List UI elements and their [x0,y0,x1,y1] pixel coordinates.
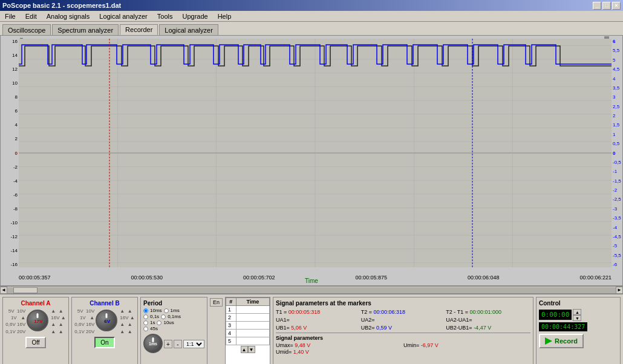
channel-a-knob-container: 5V 10V 1V ▲ 0,6V 16V 0,1V 20V 17V ▲ ▲ 16… [5,308,66,335]
channel-a-toggle[interactable]: Off [25,337,45,348]
time-display-2: 00:00:44:327 [539,322,587,331]
control-header: Control [539,300,618,307]
record-icon [545,337,552,345]
time-spinners: ▲ ▼ [573,309,581,321]
menu-tools[interactable]: Tools [155,12,175,21]
x-label-1: 00:00:05:357 [19,275,51,281]
channel-a-label: Channel A [5,300,66,307]
table-row: 2 [226,314,270,322]
sub-params-header: Signal parameters [276,335,530,341]
menu-help[interactable]: Help [215,12,234,21]
period-10ms[interactable] [143,308,148,313]
knob-period-container: 1ms + - 1:1 1:2 2:1 [143,334,204,353]
tab-recorder[interactable]: Recorder [120,24,158,35]
tab-spectrum-analyzer[interactable]: Spectrum analyzer [52,24,119,35]
time-up-button[interactable]: ▲ [573,309,581,315]
period-01ms[interactable] [161,314,166,319]
marker-table: # Time 1 2 3 4 5 [226,297,270,345]
period-scale: 10ms 1ms 0,1s 0,1ms 1s 10us 45s [143,308,204,331]
period-1s[interactable] [143,320,148,325]
scroll-right-button[interactable]: ► [616,287,623,294]
tab-oscilloscope[interactable]: Oscilloscope [2,24,51,35]
period-label: Period [143,300,204,307]
x-label-6: 00:00:06:221 [579,275,612,281]
scroll-handle[interactable] [13,287,38,293]
sub-params: Signal parameters Umax= 9,48 V Umin= -6,… [276,333,530,355]
menu-edit[interactable]: Edit [23,12,39,21]
scroll-down-btn[interactable]: ▼ [248,346,255,353]
app-title: PoScope basic 2.1 - scopemeres1.dat [2,2,121,9]
menu-bar: File Edit Analog signals Logical analyze… [0,11,623,22]
umax-grid: Umax= 9,48 V Umin= -6,97 V Umid= 1,40 V [276,342,530,355]
period-10us[interactable] [157,320,161,325]
title-bar: PoScope basic 2.1 - scopemeres1.dat _ □ … [0,0,623,11]
table-header-num: # [226,298,236,306]
ub-params-grid: UB1= 5,06 V UB2= 0,59 V UB2-UB1= -4,47 V [276,325,530,331]
minimize-button[interactable]: _ [593,2,601,10]
close-button[interactable]: × [612,2,621,10]
scroll-up-btn[interactable]: ▲ [241,346,248,353]
maximize-button[interactable]: □ [602,2,611,10]
channel-a-control: Channel A 5V 10V 1V ▲ 0,6V 16V 0,1V 20V … [2,297,69,364]
channel-b-label: Channel B [74,300,135,307]
menu-logical-analyzer[interactable]: Logical analyzer [97,12,150,21]
chart-area: ▼ 16 14 12 10 8 6 4 2 0 -2 -4 -6 -8 -10 … [0,35,623,286]
period-knob[interactable]: 1ms [143,334,163,353]
x-axis-title: Time [305,278,318,284]
en-button[interactable]: En [210,298,223,307]
y-axis-right: 6 5,5 5 4,5 4 3,5 3 2,5 2 1,5 1 0,5 0 -0… [612,39,622,267]
control-panel: Control 0:00:00 ▲ ▼ 00:00:44:327 Record [536,297,621,364]
table-row: 3 [226,322,270,330]
y-axis-left: 16 14 12 10 8 6 4 2 0 -2 -4 -6 -8 -10 -1… [1,39,19,267]
grid-svg [19,39,612,267]
tab-bar: Oscilloscope Spectrum analyzer Recorder … [0,22,623,35]
x-label-4: 00:00:05:875 [355,275,387,281]
time-down-button[interactable]: ▼ [573,315,581,321]
channel-a-knob[interactable]: 17V [27,310,50,333]
scrollbar-area[interactable]: ◄ ► [0,286,623,293]
channel-b-knob-container: 5V 10V 1V ▲ 0,6V 16V 0,1V 20V 6V ▲ ▲ 16V… [74,308,135,335]
period-01s[interactable] [143,314,148,319]
window-controls: _ □ × [593,2,621,10]
table-row: 5 [226,337,270,345]
record-label: Record [555,337,578,345]
channel-b-control: Channel B 5V 10V 1V ▲ 0,6V 16V 0,1V 20V … [71,297,138,364]
menu-file[interactable]: File [2,12,18,21]
zoom-out-button[interactable]: - [174,340,182,348]
scroll-left-button[interactable]: ◄ [0,287,7,294]
signal-params-panel: Signal parameters at the markers T1 = 00… [273,297,533,364]
table-row: 1 [226,306,270,314]
period-control: Period 10ms 1ms 0,1s 0,1ms 1s 10us 45s 1… [140,297,207,364]
time-control-row: 0:00:00 ▲ ▼ [539,309,618,321]
bottom-panel: Channel A 5V 10V 1V ▲ 0,6V 16V 0,1V 20V … [0,293,623,364]
record-button[interactable]: Record [539,334,584,348]
x-label-5: 00:00:06:048 [468,275,500,281]
en-container: En [210,297,223,364]
table-header-time: Time [236,298,269,306]
menu-analog-signals[interactable]: Analog signals [44,12,93,21]
channel-b-toggle[interactable]: On [94,337,114,348]
x-label-3: 00:00:05:702 [243,275,275,281]
marker-params-grid: T1 = 00:00:05:318 T2 = 00:00:06:318 T2 -… [276,309,530,315]
scroll-track[interactable] [7,287,616,293]
chart-canvas [19,39,612,267]
zoom-in-button[interactable]: + [164,340,172,348]
x-label-2: 00:00:05:530 [131,275,163,281]
tab-logical-analyzer[interactable]: Logical analyzer [159,24,218,35]
ua-params-grid: UA1= UA2= UA2-UA1= [276,317,530,323]
period-1ms[interactable] [164,308,169,313]
zoom-controls: + - 1:1 1:2 2:1 [164,340,204,348]
menu-upgrade[interactable]: Upgrade [180,12,210,21]
zoom-select[interactable]: 1:1 1:2 2:1 [183,340,204,348]
signal-params-header: Signal parameters at the markers [276,300,530,307]
table-row: 4 [226,330,270,337]
signal-table: # Time 1 2 3 4 5 ▲ ▼ [225,297,270,364]
period-45s[interactable] [143,327,148,331]
channel-b-knob[interactable]: 6V [96,310,119,333]
time-display-1: 0:00:00 [539,310,572,320]
